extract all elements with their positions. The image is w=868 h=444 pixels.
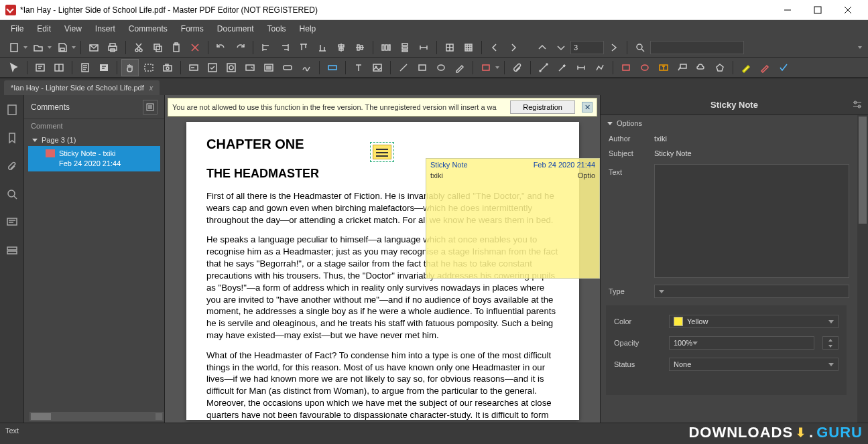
cut-button[interactable]: [130, 39, 147, 56]
attach-tool[interactable]: [509, 59, 526, 76]
form-sig-tool[interactable]: [298, 59, 315, 76]
menu-comments[interactable]: Comments: [122, 21, 174, 36]
prev-page-button[interactable]: [486, 39, 503, 56]
menu-edit[interactable]: Edit: [30, 21, 58, 36]
callout-line-tool[interactable]: [535, 59, 552, 76]
dropdown-icon[interactable]: [23, 39, 28, 56]
edit-forms-tool[interactable]: [95, 59, 113, 76]
open-button[interactable]: [29, 39, 47, 56]
scrollbar[interactable]: [857, 115, 868, 423]
align-top-button[interactable]: [295, 39, 312, 56]
scrollbar[interactable]: [29, 412, 164, 421]
close-button[interactable]: [832, 0, 863, 19]
popup-options-link[interactable]: Optio: [578, 171, 595, 179]
edit-text-tool[interactable]: [32, 59, 49, 76]
dropdown-icon[interactable]: [47, 39, 52, 56]
distribute-h-button[interactable]: [377, 39, 395, 56]
text-textarea[interactable]: [654, 164, 849, 278]
comments-rail-button[interactable]: [4, 214, 20, 230]
form-text-tool[interactable]: [185, 59, 202, 76]
menu-tools[interactable]: Tools: [261, 21, 293, 36]
form-combo-tool[interactable]: [241, 59, 259, 76]
search-input[interactable]: [650, 41, 744, 54]
snap-button[interactable]: [460, 39, 477, 56]
author-value[interactable]: txiki: [654, 135, 849, 143]
checkmark-tool[interactable]: [775, 59, 792, 76]
page-go-button[interactable]: [605, 39, 623, 56]
menu-view[interactable]: View: [58, 21, 88, 36]
form-button-tool[interactable]: [279, 59, 296, 76]
highlight-tool[interactable]: [737, 59, 755, 76]
opacity-input[interactable]: 100%: [669, 336, 814, 350]
form-check-tool[interactable]: [204, 59, 221, 76]
next-page-button[interactable]: [505, 39, 522, 56]
pencil-annot-tool[interactable]: [756, 59, 773, 76]
menu-file[interactable]: File: [4, 21, 30, 36]
insert-image-tool[interactable]: [369, 59, 386, 76]
select-text-tool[interactable]: [140, 59, 158, 76]
same-width-button[interactable]: [415, 39, 432, 56]
status-select[interactable]: None: [669, 358, 839, 371]
align-right-button[interactable]: [276, 39, 294, 56]
new-doc-button[interactable]: [5, 39, 23, 56]
link-tool[interactable]: [324, 59, 341, 76]
tree-comment-item[interactable]: Sticky Note - txiki Feb 24 2020 21:44: [28, 146, 160, 171]
popup-textarea[interactable]: [429, 181, 597, 275]
tree-page-node[interactable]: Page 3 (1): [28, 134, 160, 146]
sticky-note-annotation[interactable]: [373, 145, 391, 159]
sticky-note-popup[interactable]: Sticky Note Feb 24 2020 21:44 txiki Opti…: [426, 158, 600, 279]
settings-icon[interactable]: [852, 99, 863, 113]
opacity-spinner[interactable]: [822, 336, 839, 350]
search-rail-button[interactable]: [4, 186, 20, 202]
distribute-v-button[interactable]: [396, 39, 414, 56]
grid-button[interactable]: [441, 39, 458, 56]
maximize-button[interactable]: [802, 0, 832, 19]
pencil-tool[interactable]: [451, 59, 469, 76]
rect-tool[interactable]: [414, 59, 431, 76]
ellipse-tool[interactable]: [432, 59, 450, 76]
textbox-tool[interactable]: [655, 59, 672, 76]
copy-button[interactable]: [149, 39, 166, 56]
dropdown-icon[interactable]: [857, 39, 863, 56]
ellipse-annot-tool[interactable]: [636, 59, 654, 76]
redo-button[interactable]: [231, 39, 249, 56]
registration-button[interactable]: Registration: [510, 100, 575, 114]
align-left-button[interactable]: [257, 39, 275, 56]
subject-value[interactable]: Sticky Note: [654, 149, 849, 157]
polygon-tool[interactable]: [711, 59, 729, 76]
minimize-button[interactable]: [772, 0, 802, 19]
dropdown-icon[interactable]: [71, 39, 76, 56]
paste-button[interactable]: [168, 39, 185, 56]
page-number-input[interactable]: [570, 41, 604, 54]
arrow-tool[interactable]: [554, 59, 571, 76]
document-tab[interactable]: *Ian Hay - Lighter Side of School Life.p…: [4, 80, 160, 95]
dimension-tool[interactable]: [572, 59, 590, 76]
snapshot-tool[interactable]: [159, 59, 176, 76]
rect-annot-tool[interactable]: [617, 59, 635, 76]
menu-document[interactable]: Document: [210, 21, 261, 36]
close-icon[interactable]: x: [149, 84, 153, 92]
options-section-header[interactable]: Options: [601, 115, 857, 131]
pages-rail-button[interactable]: [4, 102, 20, 118]
type-select[interactable]: [654, 285, 849, 298]
prev-view-button[interactable]: [533, 39, 550, 56]
next-view-button[interactable]: [552, 39, 569, 56]
banner-close-button[interactable]: ✕: [582, 102, 593, 113]
line-tool[interactable]: [395, 59, 412, 76]
menu-forms[interactable]: Forms: [174, 21, 210, 36]
polyline-tool[interactable]: [591, 59, 609, 76]
document-viewport[interactable]: You are not allowed to use this function…: [165, 95, 600, 423]
cloud-tool[interactable]: [692, 59, 710, 76]
color-select[interactable]: Yellow: [669, 315, 839, 328]
stamp-tool[interactable]: [477, 59, 495, 76]
attachments-rail-button[interactable]: [4, 158, 20, 174]
align-bottom-button[interactable]: [314, 39, 331, 56]
save-button[interactable]: [54, 39, 71, 56]
form-list-tool[interactable]: [260, 59, 277, 76]
callout-tool[interactable]: [674, 59, 691, 76]
hand-tool[interactable]: [121, 59, 139, 76]
undo-button[interactable]: [212, 39, 230, 56]
print-button[interactable]: [104, 39, 121, 56]
fields-rail-button[interactable]: [4, 242, 20, 258]
delete-button[interactable]: [186, 39, 204, 56]
